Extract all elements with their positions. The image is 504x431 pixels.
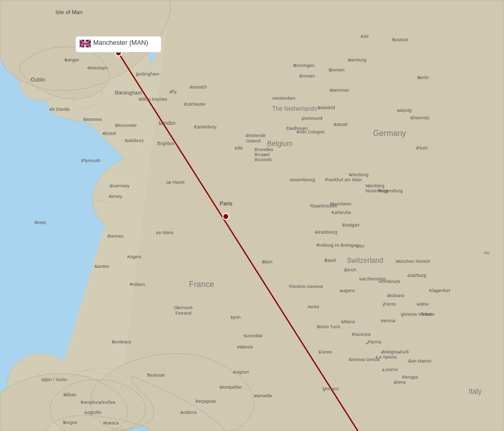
- svg-text:Brussels: Brussels: [255, 157, 272, 162]
- svg-point-230: [356, 246, 358, 248]
- svg-text:Huesca: Huesca: [103, 420, 119, 425]
- svg-text:Groningen: Groningen: [293, 63, 314, 68]
- svg-text:Ely: Ely: [170, 89, 177, 94]
- svg-point-174: [255, 395, 257, 397]
- svg-point-172: [220, 387, 222, 389]
- svg-point-175: [180, 412, 182, 414]
- svg-text:Le Mans: Le Mans: [156, 230, 174, 235]
- svg-text:San Marino: San Marino: [408, 358, 431, 364]
- svg-point-198: [341, 321, 343, 323]
- svg-point-203: [382, 369, 384, 371]
- svg-point-243: [366, 342, 368, 344]
- svg-text:Siena: Siena: [394, 380, 406, 385]
- svg-point-241: [417, 304, 419, 306]
- svg-point-184: [235, 147, 237, 149]
- svg-point-232: [315, 232, 317, 234]
- svg-point-217: [393, 39, 395, 41]
- svg-point-234: [379, 281, 381, 283]
- svg-text:France: France: [189, 280, 214, 289]
- svg-text:Salisbury: Salisbury: [125, 138, 144, 143]
- svg-point-188: [299, 76, 301, 78]
- svg-text:Milano: Milano: [342, 319, 355, 324]
- svg-point-186: [275, 97, 277, 99]
- svg-text:Gloucester: Gloucester: [115, 123, 137, 128]
- svg-point-206: [399, 351, 401, 353]
- svg-point-190: [263, 261, 265, 263]
- svg-point-187: [294, 64, 296, 66]
- svg-point-141: [49, 109, 51, 111]
- svg-point-148: [110, 185, 112, 187]
- svg-point-181: [103, 422, 105, 424]
- svg-text:Poitiers: Poitiers: [130, 282, 146, 287]
- svg-point-223: [349, 174, 351, 176]
- svg-point-210: [296, 131, 298, 133]
- svg-point-219: [398, 110, 400, 112]
- svg-point-156: [159, 122, 161, 124]
- svg-text:Brussel: Brussel: [255, 152, 270, 157]
- svg-point-209: [301, 118, 303, 120]
- svg-text:Bordeaux: Bordeaux: [112, 339, 132, 344]
- svg-point-240: [422, 314, 424, 316]
- svg-point-169: [243, 335, 245, 337]
- svg-point-160: [184, 103, 186, 105]
- svg-point-165: [176, 307, 178, 309]
- svg-text:Innsbruck: Innsbruck: [381, 279, 401, 284]
- svg-text:Bologna: Bologna: [382, 349, 399, 354]
- svg-text:Parma: Parma: [368, 339, 382, 344]
- svg-point-218: [419, 77, 421, 79]
- svg-text:Bolzano: Bolzano: [388, 293, 405, 298]
- svg-point-166: [112, 341, 114, 343]
- svg-text:Avignon: Avignon: [233, 370, 249, 375]
- svg-point-176: [43, 379, 45, 381]
- svg-point-170: [237, 346, 239, 348]
- svg-point-162: [125, 140, 127, 142]
- svg-point-215: [330, 69, 332, 71]
- svg-point-228: [332, 211, 334, 213]
- svg-point-196: [359, 278, 361, 280]
- svg-text:Nottingham: Nottingham: [136, 71, 159, 77]
- svg-point-238: [383, 304, 385, 306]
- svg-text:Bangor: Bangor: [65, 57, 79, 62]
- svg-point-183: [264, 154, 266, 156]
- svg-point-225: [381, 190, 383, 192]
- svg-point-214: [349, 59, 351, 61]
- svg-point-161: [194, 126, 196, 128]
- svg-point-231: [397, 261, 399, 263]
- svg-text:Bilbao: Bilbao: [64, 392, 76, 397]
- svg-point-236: [429, 290, 431, 292]
- svg-text:Bielefeld: Bielefeld: [318, 105, 335, 110]
- svg-text:Montpellier: Montpellier: [220, 385, 242, 390]
- svg-text:Chemnitz: Chemnitz: [410, 115, 430, 120]
- svg-text:Frankfurt am Main: Frankfurt am Main: [325, 177, 362, 182]
- svg-point-157: [158, 141, 160, 143]
- svg-point-233: [317, 244, 319, 246]
- svg-point-235: [407, 275, 409, 277]
- svg-text:Freiburg im Breisgau: Freiburg im Breisgau: [317, 243, 359, 248]
- svg-text:Valence: Valence: [237, 344, 253, 349]
- svg-point-200: [349, 359, 351, 361]
- svg-rect-254: [80, 43, 91, 45]
- svg-text:Mannheim: Mannheim: [330, 201, 351, 206]
- svg-text:Gijón / Xixón: Gijón / Xixón: [41, 377, 67, 382]
- svg-text:Logroño: Logroño: [85, 410, 101, 415]
- svg-text:Oostende: Oostende: [246, 133, 266, 138]
- svg-text:Klagenfurt: Klagenfurt: [429, 288, 451, 293]
- svg-text:Plymouth: Plymouth: [82, 158, 101, 163]
- svg-text:Torino Turin: Torino Turin: [317, 324, 340, 329]
- svg-text:Nantes: Nantes: [95, 264, 109, 269]
- svg-text:Rennes: Rennes: [108, 234, 124, 239]
- svg-text:London: London: [159, 120, 175, 126]
- svg-point-216: [361, 36, 363, 38]
- svg-point-163: [168, 182, 170, 184]
- svg-point-185: [290, 128, 292, 130]
- svg-text:Cuneo: Cuneo: [319, 349, 332, 354]
- svg-text:München Munich: München Munich: [396, 259, 430, 264]
- svg-text:Strasbourg: Strasbourg: [315, 230, 337, 235]
- svg-point-191: [289, 285, 291, 287]
- svg-point-237: [387, 295, 389, 297]
- svg-point-222: [326, 179, 328, 181]
- svg-point-226: [310, 204, 312, 206]
- svg-point-207: [408, 361, 410, 363]
- svg-text:Livorno: Livorno: [383, 367, 398, 372]
- svg-text:Canterbury: Canterbury: [194, 124, 217, 129]
